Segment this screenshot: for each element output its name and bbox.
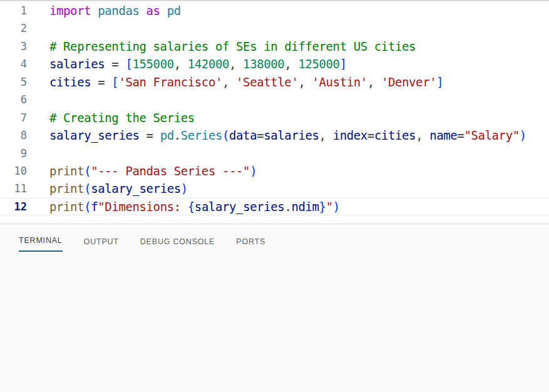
line-number: 5 xyxy=(0,73,27,91)
line-number: 9 xyxy=(0,145,27,162)
line-number: 3 xyxy=(0,38,27,55)
line-number: 12 xyxy=(0,198,27,215)
tab-ports[interactable]: PORTS xyxy=(236,232,265,252)
code-line: 1import pandas as pd xyxy=(0,2,549,19)
line-number: 6 xyxy=(0,91,27,108)
line-number: 11 xyxy=(0,180,27,197)
code-line: 9 xyxy=(0,145,549,162)
line-number: 2 xyxy=(0,19,27,37)
code-line: 6 xyxy=(0,91,549,108)
bottom-panel: TERMINAL OUTPUT DEBUG CONSOLE PORTS --- … xyxy=(0,224,549,392)
top-border-strip xyxy=(0,0,549,1)
code-line: 5cities = ['San Francisco', 'Seattle', '… xyxy=(0,73,549,91)
line-number: 1 xyxy=(0,2,27,19)
line-number: 4 xyxy=(0,55,27,73)
tab-debug-console[interactable]: DEBUG CONSOLE xyxy=(140,232,215,252)
tab-terminal[interactable]: TERMINAL xyxy=(19,231,63,252)
line-number: 8 xyxy=(0,126,27,144)
code-line: 7# Creating the Series xyxy=(0,109,549,126)
code-line: 12print(f"Dimensions: {salary_series.ndi… xyxy=(0,198,549,215)
code-line: 10print("--- Pandas Series ---") xyxy=(0,162,549,180)
panel-tab-bar: TERMINAL OUTPUT DEBUG CONSOLE PORTS xyxy=(0,224,549,252)
line-number: 7 xyxy=(0,109,27,126)
code-line: 8salary_series = pd.Series(data=salaries… xyxy=(0,126,549,144)
code-line: 11print(salary_series) xyxy=(0,180,549,197)
code-editor[interactable]: 1import pandas as pd23# Representing sal… xyxy=(0,2,549,222)
code-line: 2 xyxy=(0,19,549,37)
tab-output[interactable]: OUTPUT xyxy=(84,232,119,252)
code-line: 3# Representing salaries of SEs in diffe… xyxy=(0,38,549,55)
code-line: 4salaries = [155000, 142000, 138000, 125… xyxy=(0,55,549,73)
line-number: 10 xyxy=(0,162,27,180)
